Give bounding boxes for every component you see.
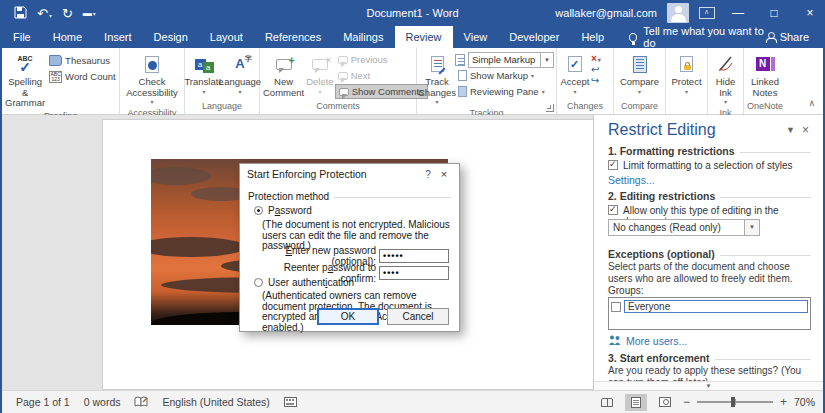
ribbon-display-options-icon[interactable] xyxy=(699,7,715,19)
pane-close-icon[interactable]: × xyxy=(800,123,811,137)
more-users-link[interactable]: More users... xyxy=(608,335,811,347)
show-comments-icon xyxy=(339,88,349,96)
minimize-button[interactable]: — xyxy=(725,0,751,26)
show-comments-button[interactable]: Show Comments xyxy=(335,84,428,99)
group-item-everyone[interactable]: Everyone xyxy=(611,300,808,313)
proofing-errors-icon[interactable] xyxy=(134,396,148,408)
compare-button[interactable]: Compare xyxy=(618,51,662,96)
accept-button[interactable]: Accept xyxy=(559,51,591,96)
tracking-dialog-launcher-icon[interactable] xyxy=(546,104,554,112)
thesaurus-button[interactable]: Thesaurus xyxy=(46,53,119,68)
password-radio[interactable]: Password xyxy=(254,205,312,216)
translate-button[interactable]: aa Translate xyxy=(186,51,222,96)
tab-insert[interactable]: Insert xyxy=(93,26,143,48)
save-icon[interactable] xyxy=(14,6,27,21)
zoom-out-button[interactable]: − xyxy=(683,395,690,409)
linked-notes-button[interactable]: N Linked Notes xyxy=(746,51,784,99)
language-button[interactable]: A Language xyxy=(222,51,258,96)
editing-type-select[interactable]: No changes (Read only) ▼ xyxy=(608,219,760,236)
web-layout-button[interactable] xyxy=(654,394,676,411)
tab-developer[interactable]: Developer xyxy=(498,26,570,48)
tell-me-label: Tell me what you want to do xyxy=(643,25,765,49)
tab-review[interactable]: Review xyxy=(395,26,453,48)
limit-formatting-checkbox[interactable]: Limit formatting to a selection of style… xyxy=(608,160,811,171)
next-comment-button: Next xyxy=(335,68,428,83)
print-layout-button[interactable] xyxy=(625,394,647,411)
cancel-button[interactable]: Cancel xyxy=(387,308,449,325)
dialog-help-icon[interactable]: ? xyxy=(420,169,436,180)
markup-style-select[interactable]: Simple Markup▼ xyxy=(468,52,554,68)
tell-me-box[interactable]: Tell me what you want to do xyxy=(629,26,766,48)
ribbon-group-label: Comments xyxy=(260,100,416,114)
collapse-ribbon-icon[interactable]: ∧ xyxy=(808,98,815,108)
tab-mailings[interactable]: Mailings xyxy=(332,26,394,48)
ribbon-group-changes: Accept ×▾ ↩ ↪ Changes xyxy=(557,48,614,114)
delete-comment-icon: × xyxy=(312,59,328,70)
check-accessibility-button[interactable]: Check Accessibility xyxy=(123,51,181,107)
word-count-button[interactable]: ABC123 Word Count xyxy=(46,69,119,84)
share-button[interactable]: Share xyxy=(766,26,823,48)
zoom-slider[interactable] xyxy=(697,401,773,403)
previous-change-button[interactable]: ↩ xyxy=(591,65,601,75)
ribbon-group-comments: + New Comment × Delete Previous Next xyxy=(260,48,417,114)
tell-me-bulb-icon xyxy=(629,33,637,42)
chevron-down-icon[interactable]: ▼ xyxy=(540,53,553,67)
zoom-slider-handle[interactable] xyxy=(731,397,735,407)
chevron-down-icon[interactable]: ▼ xyxy=(744,220,759,235)
undo-icon[interactable]: ↶▾ xyxy=(37,6,52,21)
read-mode-button[interactable] xyxy=(596,394,618,411)
tab-view[interactable]: View xyxy=(453,26,499,48)
editing-restrictions-heading: 2. Editing restrictions xyxy=(608,190,811,202)
dialog-close-icon[interactable]: × xyxy=(436,168,452,180)
new-comment-button[interactable]: + New Comment xyxy=(262,51,305,99)
zoom-percentage[interactable]: 70% xyxy=(794,396,815,408)
language-indicator[interactable]: English (United States) xyxy=(162,396,269,408)
dialog-title-bar[interactable]: Start Enforcing Protection ? × xyxy=(240,164,459,184)
radio-unselected-icon xyxy=(254,278,263,287)
tab-design[interactable]: Design xyxy=(143,26,199,48)
title-bar: ↶▾ ↻ ▬▾ Document1 - Word wallaker@gmail.… xyxy=(2,0,823,26)
tab-help[interactable]: Help xyxy=(570,26,615,48)
redo-icon[interactable]: ↻ xyxy=(62,6,73,21)
tab-references[interactable]: References xyxy=(254,26,332,48)
reviewing-pane-button[interactable]: Reviewing Pane xyxy=(455,84,554,99)
account-email[interactable]: wallaker@gmail.com xyxy=(555,7,657,19)
settings-link[interactable]: Settings... xyxy=(608,174,811,186)
page-indicator[interactable]: Page 1 of 1 xyxy=(16,396,70,408)
word-count-indicator[interactable]: 0 words xyxy=(84,396,121,408)
show-markup-button[interactable]: Show Markup xyxy=(455,68,554,83)
ok-button[interactable]: OK xyxy=(317,308,379,325)
avatar[interactable] xyxy=(667,3,689,23)
spelling-grammar-button[interactable]: ABC✓ Spelling & Grammar xyxy=(4,51,46,110)
pane-options-chevron-icon[interactable]: ▼ xyxy=(781,125,800,135)
quick-access-toolbar: ↶▾ ↻ ▬▾ xyxy=(14,6,96,21)
ribbon-tab-bar: File Home Insert Design Layout Reference… xyxy=(2,26,823,48)
enter-password-input[interactable]: ••••• xyxy=(379,249,449,263)
document-area[interactable]: Start Enforcing Protection ? × Protectio… xyxy=(2,115,593,390)
protect-button[interactable]: Protect xyxy=(668,51,705,96)
display-for-review-row: Simple Markup▼ xyxy=(455,52,554,67)
next-change-button[interactable]: ↪ xyxy=(591,76,601,86)
zoom-in-button[interactable]: + xyxy=(780,395,787,409)
protect-icon xyxy=(680,56,693,72)
groups-listbox[interactable]: Everyone xyxy=(608,297,811,330)
pane-scroll-down[interactable]: ▼ xyxy=(594,381,823,390)
check-accessibility-icon xyxy=(145,56,159,73)
ribbon-group-label: OneNote xyxy=(744,100,786,114)
user-authentication-radio[interactable]: User authentication xyxy=(254,277,354,288)
close-button[interactable]: × xyxy=(797,0,823,26)
customize-qat-icon[interactable]: ▬▾ xyxy=(83,8,96,18)
tab-layout[interactable]: Layout xyxy=(199,26,254,48)
tab-file[interactable]: File xyxy=(2,26,42,48)
language-icon: A xyxy=(235,57,244,72)
tab-home[interactable]: Home xyxy=(42,26,93,48)
keyboard-icon[interactable] xyxy=(284,397,297,407)
hide-ink-button[interactable]: Hide Ink xyxy=(710,51,741,107)
reject-button[interactable]: ×▾ xyxy=(591,53,601,64)
accept-icon xyxy=(568,56,582,72)
maximize-button[interactable]: □ xyxy=(761,0,787,26)
more-users-icon xyxy=(608,335,621,347)
reenter-password-input[interactable]: •••• xyxy=(379,266,449,280)
checkbox-unchecked-icon[interactable] xyxy=(611,302,621,312)
track-changes-button[interactable]: Track Changes xyxy=(419,51,455,107)
